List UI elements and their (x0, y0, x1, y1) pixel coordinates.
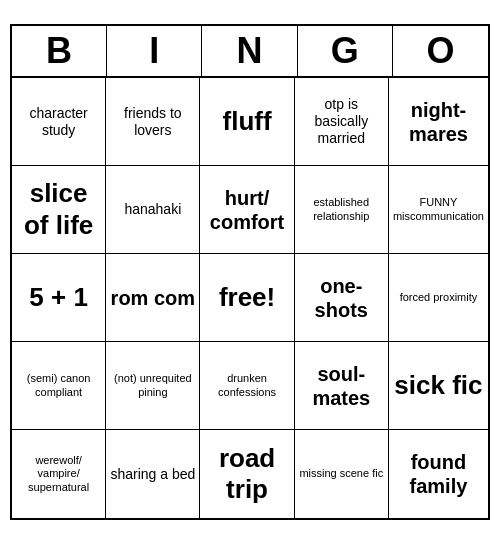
cell-text-11: rom com (111, 286, 195, 310)
bingo-cell-23: missing scene fic (295, 430, 389, 518)
cell-text-4: night-mares (393, 98, 484, 146)
cell-text-21: sharing a bed (110, 466, 195, 483)
bingo-letter-g: G (298, 26, 393, 76)
bingo-cell-5: slice of life (12, 166, 106, 254)
cell-text-1: friends to lovers (110, 105, 195, 139)
cell-text-15: (semi) canon compliant (16, 372, 101, 398)
bingo-cell-1: friends to lovers (106, 78, 200, 166)
bingo-cell-13: one-shots (295, 254, 389, 342)
bingo-cell-14: forced proximity (389, 254, 488, 342)
bingo-cell-4: night-mares (389, 78, 488, 166)
bingo-header: BINGO (12, 26, 488, 78)
bingo-cell-2: fluff (200, 78, 294, 166)
cell-text-7: hurt/ comfort (204, 186, 289, 234)
cell-text-13: one-shots (299, 274, 384, 322)
cell-text-14: forced proximity (400, 291, 478, 304)
cell-text-6: hanahaki (124, 201, 181, 218)
bingo-letter-n: N (202, 26, 297, 76)
bingo-cell-8: established relationship (295, 166, 389, 254)
cell-text-22: road trip (204, 443, 289, 505)
bingo-cell-18: soul-mates (295, 342, 389, 430)
cell-text-10: 5 + 1 (29, 282, 88, 313)
cell-text-17: drunken confessions (204, 372, 289, 398)
cell-text-8: established relationship (299, 196, 384, 222)
bingo-cell-7: hurt/ comfort (200, 166, 294, 254)
cell-text-16: (not) unrequited pining (110, 372, 195, 398)
bingo-cell-3: otp is basically married (295, 78, 389, 166)
cell-text-0: character study (16, 105, 101, 139)
cell-text-19: sick fic (394, 370, 482, 401)
bingo-grid: character studyfriends to loversfluffotp… (12, 78, 488, 518)
bingo-cell-20: werewolf/ vampire/ supernatural (12, 430, 106, 518)
cell-text-24: found family (393, 450, 484, 498)
bingo-cell-12: free! (200, 254, 294, 342)
cell-text-3: otp is basically married (299, 96, 384, 146)
cell-text-2: fluff (223, 106, 272, 137)
bingo-cell-10: 5 + 1 (12, 254, 106, 342)
cell-text-5: slice of life (16, 178, 101, 240)
bingo-cell-6: hanahaki (106, 166, 200, 254)
bingo-card: BINGO character studyfriends to loversfl… (10, 24, 490, 520)
bingo-cell-11: rom com (106, 254, 200, 342)
bingo-cell-9: FUNNY miscommunication (389, 166, 488, 254)
bingo-letter-b: B (12, 26, 107, 76)
bingo-cell-0: character study (12, 78, 106, 166)
bingo-cell-17: drunken confessions (200, 342, 294, 430)
bingo-cell-16: (not) unrequited pining (106, 342, 200, 430)
cell-text-18: soul-mates (299, 362, 384, 410)
bingo-cell-22: road trip (200, 430, 294, 518)
bingo-letter-o: O (393, 26, 488, 76)
bingo-cell-24: found family (389, 430, 488, 518)
cell-text-20: werewolf/ vampire/ supernatural (16, 454, 101, 494)
bingo-cell-15: (semi) canon compliant (12, 342, 106, 430)
bingo-cell-21: sharing a bed (106, 430, 200, 518)
cell-text-12: free! (219, 282, 275, 313)
bingo-letter-i: I (107, 26, 202, 76)
bingo-cell-19: sick fic (389, 342, 488, 430)
cell-text-9: FUNNY miscommunication (393, 196, 484, 222)
cell-text-23: missing scene fic (299, 467, 383, 480)
